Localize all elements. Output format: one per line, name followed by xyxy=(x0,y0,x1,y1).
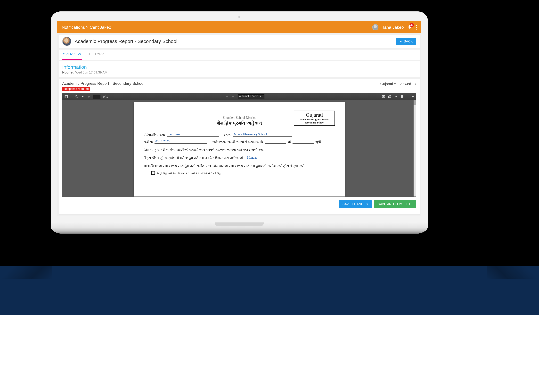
presentation-icon[interactable] xyxy=(382,95,385,98)
response-required-tag: Response required xyxy=(62,87,90,91)
checkbox-line: અહીં સહી કરો અને શાળાને પરત કરો. માતા-/પ… xyxy=(157,172,222,175)
save-changes-button[interactable]: SAVE CHANGES xyxy=(339,200,372,208)
teachers-paragraph: શિક્ષકો: કૃપા કરી નીચેની શ્રેણીઓ ચકાસો અ… xyxy=(144,148,335,152)
zoom-out-icon[interactable] xyxy=(225,95,229,98)
pdf-body[interactable]: Gujarati Academic Progress Report Second… xyxy=(63,100,416,197)
field-date-value: 05/18/2020 xyxy=(154,140,207,144)
info-heading: Information xyxy=(62,64,416,70)
laptop-base xyxy=(51,223,428,234)
field-name-value: Cent Jakeo xyxy=(167,132,219,136)
notif-count-badge: 37 xyxy=(410,23,414,27)
document-title: Academic Progress Report - Secondary Sch… xyxy=(62,81,380,86)
user-avatar[interactable] xyxy=(372,24,378,30)
page-number-input[interactable] xyxy=(93,95,101,99)
page-title-card: Academic Progress Report - Secondary Sch… xyxy=(59,35,420,48)
field-period-from xyxy=(265,143,286,144)
notified-label: Notified xyxy=(62,71,74,74)
page-band-white xyxy=(0,315,539,392)
field-school-value: Morris Elementary School xyxy=(233,132,292,136)
language-value: Gujarati xyxy=(380,82,393,86)
laptop-shadow xyxy=(487,245,539,279)
app-header: Notifications > Cent Jakeo Tana Jakeo 37 xyxy=(57,21,421,33)
laptop-shadow xyxy=(0,245,52,279)
page-down-icon[interactable] xyxy=(87,95,91,98)
period-sudhi: સુધી xyxy=(315,140,321,144)
print-icon[interactable] xyxy=(388,95,391,98)
notified-value: Wed Jun 17 09:39 AM xyxy=(75,71,107,74)
zoom-select[interactable]: Automatic Zoom ▾ xyxy=(238,94,264,99)
parent-paragraph: માતા-પિતા: આપના બાળક સાથે હેવાલની સમીક્ષ… xyxy=(144,164,335,168)
language-dropdown[interactable]: Gujarati xyxy=(380,82,396,86)
pdf-toolbar: of 1 Automatic Zoom ▾ xyxy=(63,93,416,100)
save-complete-button[interactable]: SAVE AND COMPLETE xyxy=(374,200,416,208)
field-date-label: તારીખ: xyxy=(144,140,153,144)
student-day-value: Monday xyxy=(246,156,289,160)
zoom-value: Automatic Zoom xyxy=(239,95,258,97)
zoom-in-icon[interactable] xyxy=(231,95,235,98)
view-status: Viewed xyxy=(399,82,411,86)
app-screen: Notifications > Cent Jakeo Tana Jakeo 37… xyxy=(57,21,421,216)
page-of-label: of xyxy=(103,95,106,98)
field-school-label: સ્કૂલ: xyxy=(224,133,231,136)
search-icon[interactable] xyxy=(75,95,78,98)
more-menu-button[interactable] xyxy=(416,25,417,29)
checkbox-icon xyxy=(151,171,155,175)
page-band-dark xyxy=(0,266,539,315)
stamp-line1: Academic Progress Report xyxy=(296,118,333,121)
stamp-lang: Gujarati xyxy=(296,112,333,118)
bookmark-icon[interactable] xyxy=(400,95,404,98)
username[interactable]: Tana Jakeo xyxy=(382,25,404,30)
field-period-label: અહેવાલમાં આવરી લેવાયેલો સમયગાળો: xyxy=(212,140,263,144)
breadcrumb-leaf[interactable]: Cent Jakeo xyxy=(90,25,111,30)
pdf-page: Gujarati Academic Progress Report Second… xyxy=(134,102,345,197)
field-period-to xyxy=(293,143,314,144)
page-title: Academic Progress Report - Secondary Sch… xyxy=(75,39,177,44)
chevron-down-icon xyxy=(394,83,396,85)
period-thi: થી xyxy=(288,140,291,144)
tab-history[interactable]: HISTORY xyxy=(88,49,105,60)
info-card: Information Notified Wed Jun 17 09:39 AM xyxy=(59,61,420,77)
download-icon[interactable] xyxy=(394,95,398,98)
breadcrumb-sep: > xyxy=(85,25,90,30)
scrollbar-thumb[interactable] xyxy=(414,100,416,105)
tab-overview[interactable]: OVERVIEW xyxy=(62,49,82,60)
tools-icon[interactable] xyxy=(411,95,414,98)
page-total: 1 xyxy=(106,95,108,98)
breadcrumb-root[interactable]: Notifications xyxy=(62,25,85,30)
field-name-label: વિદ્યાર્થીનું નામ: xyxy=(144,133,165,136)
svg-point-0 xyxy=(75,96,77,97)
breadcrumb[interactable]: Notifications > Cent Jakeo xyxy=(62,25,372,30)
language-stamp: Gujarati Academic Progress Report Second… xyxy=(294,111,335,126)
collapse-chevron-icon[interactable]: ‹ xyxy=(415,81,416,87)
sidebar-toggle-icon[interactable] xyxy=(64,95,68,98)
document-card: Academic Progress Report - Secondary Sch… xyxy=(59,79,420,215)
back-arrow-icon xyxy=(400,40,403,43)
notifications-button[interactable]: 37 xyxy=(407,24,412,30)
stamp-line2: Secondary School xyxy=(296,121,333,124)
page-up-icon[interactable] xyxy=(81,95,84,98)
student-avatar xyxy=(62,37,71,46)
signature-line xyxy=(222,174,274,175)
tabs: OVERVIEW HISTORY xyxy=(59,49,420,60)
student-paragraph: વિદ્યાર્થી: અહીં જણાવેલા દિવસે અહેવાલને … xyxy=(144,156,244,160)
pdf-viewer: of 1 Automatic Zoom ▾ xyxy=(62,93,416,197)
back-button[interactable]: BACK xyxy=(396,38,416,45)
laptop-camera xyxy=(238,16,240,18)
pdf-scrollbar[interactable] xyxy=(414,100,416,197)
laptop-mockup: Notifications > Cent Jakeo Tana Jakeo 37… xyxy=(51,11,428,234)
back-label: BACK xyxy=(404,39,413,43)
